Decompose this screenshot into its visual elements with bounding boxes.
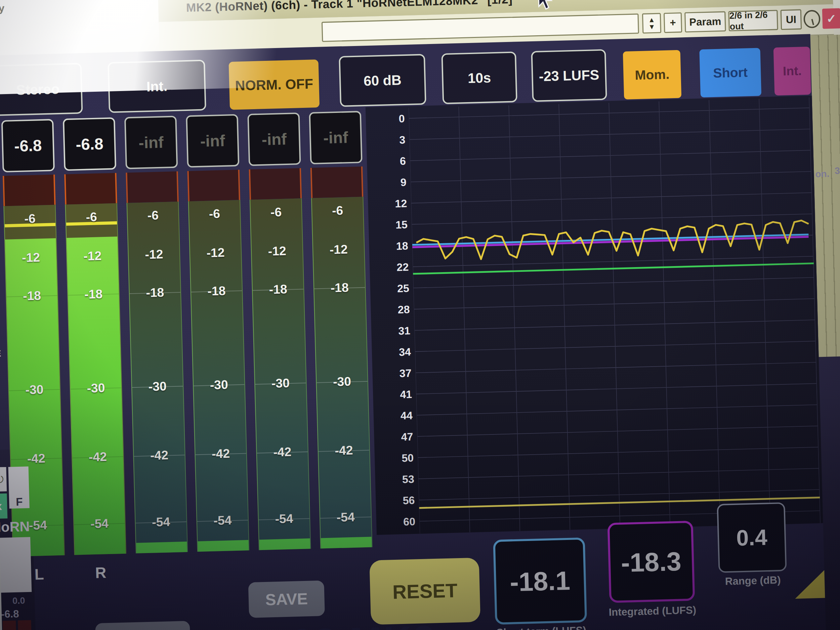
grid-v (659, 101, 670, 527)
meter-scale-label: -6 (66, 209, 117, 225)
meter-scale-label: -12 (128, 246, 179, 262)
meter-scale-label: -12 (190, 245, 241, 261)
meter-clip-zone (249, 168, 302, 200)
meter-scale-label: -12 (252, 243, 303, 259)
mode-button-60-db[interactable]: 60 dB (339, 54, 426, 107)
meter-scale-label: -54 (136, 514, 186, 530)
graph-scale-label: 47 (387, 431, 413, 444)
meter-level-sliver (321, 537, 372, 548)
param-button[interactable]: Param (684, 11, 726, 32)
graph-scale-label: 50 (388, 452, 414, 465)
meter-clip-zone (126, 171, 179, 203)
fx-delete-label: x (0, 500, 2, 513)
track-meter-left (3, 621, 17, 630)
meter-scale-label: -18 (314, 280, 365, 296)
meter-scale-label: -42 (134, 447, 185, 463)
peak-readout-2: -6.8 (63, 117, 116, 171)
graph-scale-label: 25 (384, 282, 410, 295)
fx-float-button[interactable]: F (8, 466, 30, 509)
mode-button-int-[interactable]: Int. (107, 60, 206, 113)
grid-v (709, 100, 720, 526)
mouse-cursor (538, 0, 554, 10)
meter-scale-label: -42 (72, 449, 123, 465)
peak-readout-3: -inf (124, 115, 178, 169)
meter-level-sliver (136, 542, 187, 553)
fx-empty-slot[interactable] (0, 537, 32, 593)
meter-scale-label: -30 (194, 377, 245, 393)
graph-scale-label: 22 (383, 261, 409, 274)
graph-scale-label: 37 (385, 367, 412, 380)
grid-v (559, 104, 570, 529)
track-gain-value: 0.0 (13, 595, 25, 606)
grid-v (609, 103, 620, 528)
clock-icon[interactable] (803, 9, 821, 29)
meter-body: -6-12-18-30-42-54 (65, 203, 127, 555)
mode-button-mom-[interactable]: Mom. (623, 50, 681, 99)
background-text: 3.3 (835, 165, 840, 177)
graph-scale-label: 44 (387, 409, 413, 422)
save-button[interactable]: SAVE (248, 580, 325, 617)
meter-body: -6-12-18-30-42-54 (127, 202, 188, 553)
fx-name-partial: HoRN (0, 518, 30, 535)
meter-scale-label: -54 (258, 511, 309, 527)
preset-stepper[interactable]: ▲▼ (642, 13, 661, 33)
track-meter-right (18, 620, 32, 630)
mode-button-10s[interactable]: 10s (441, 51, 517, 104)
meter-level-sliver (259, 538, 311, 550)
preset-combobox[interactable] (322, 13, 639, 42)
meter-clip-zone (64, 173, 117, 205)
meter-scale-label: -6 (5, 211, 55, 226)
meter-level-sliver (197, 540, 249, 552)
meter-scale-label: -30 (255, 375, 306, 391)
meter-scale-label: -30 (9, 382, 60, 398)
meter-scale-label: -6 (189, 206, 240, 222)
grid-v (459, 106, 470, 532)
peak-readout-4: -inf (186, 114, 239, 168)
mode-button-short[interactable]: Short (699, 48, 761, 98)
graph-scale-label: 34 (385, 346, 411, 359)
meter-body: -6-12-18-30-42-54 (188, 200, 249, 552)
mode-button-int-[interactable]: Int. (774, 47, 811, 96)
graph-scale-label: 31 (384, 325, 411, 338)
graph-scale-label: 9 (381, 176, 407, 189)
graph-scale-label: 0 (379, 112, 405, 126)
meter-channel-2: -6-12-18-30-42-54 (64, 173, 126, 555)
meter-scale-label: -18 (129, 284, 180, 300)
meter-channel-3: -6-12-18-30-42-54 (126, 171, 188, 553)
graph-scale-label: 60 (389, 515, 415, 529)
peak-readout-1: -6.8 (2, 119, 55, 172)
mode-button-stereo[interactable]: Stereo (0, 63, 83, 116)
io-button[interactable]: 2/6 in 2/6 out (728, 10, 778, 31)
enable-checkbox[interactable]: ✓ (822, 8, 840, 28)
meter-scale-label: -54 (74, 516, 125, 532)
fx-power-button[interactable]: ⏻ (0, 467, 7, 492)
mode-button--23-lufs[interactable]: -23 LUFS (531, 49, 607, 102)
graph-scale-label: 3 (379, 134, 406, 147)
ui-button[interactable]: UI (780, 9, 802, 30)
fx-delete-button[interactable]: x (0, 494, 7, 519)
graph-scale-label: 53 (388, 473, 415, 486)
track-peak-value: -6.8 (1, 608, 19, 620)
meter-scale-label: -18 (6, 288, 57, 304)
grid-v (509, 105, 520, 531)
host-corner-text: mpty (0, 2, 5, 15)
resize-handle[interactable] (794, 570, 825, 599)
readout-label: Range (dB) (708, 573, 798, 588)
graph-scale-label: 6 (380, 155, 406, 168)
meter-scale-label: -30 (132, 379, 183, 395)
fx-window-title: MK2 (HoRNet) (6ch) - Track 1 "HoRNetELM1… (186, 0, 513, 14)
meter-scale-label: -54 (197, 512, 248, 528)
graph-scale-label: 18 (382, 240, 408, 253)
meter-scale-label: -6 (127, 208, 178, 223)
meter-scale-label: -12 (313, 242, 364, 257)
add-fx-button[interactable]: + (663, 13, 682, 33)
graph-scale-label: 12 (381, 197, 407, 210)
peak-readout-5: -inf (247, 112, 301, 166)
meter-clip-zone (187, 170, 240, 201)
reset-button[interactable]: RESET (369, 558, 480, 625)
meter-channel-6: -6-12-18-30-42-54 (311, 167, 373, 549)
mode-button-norm-off[interactable]: NORM. OFF (229, 60, 319, 110)
meter-channel-5: -6-12-18-30-42-54 (249, 168, 311, 550)
background-text: on. (815, 169, 830, 180)
meter-scale-label: -6 (312, 203, 363, 218)
